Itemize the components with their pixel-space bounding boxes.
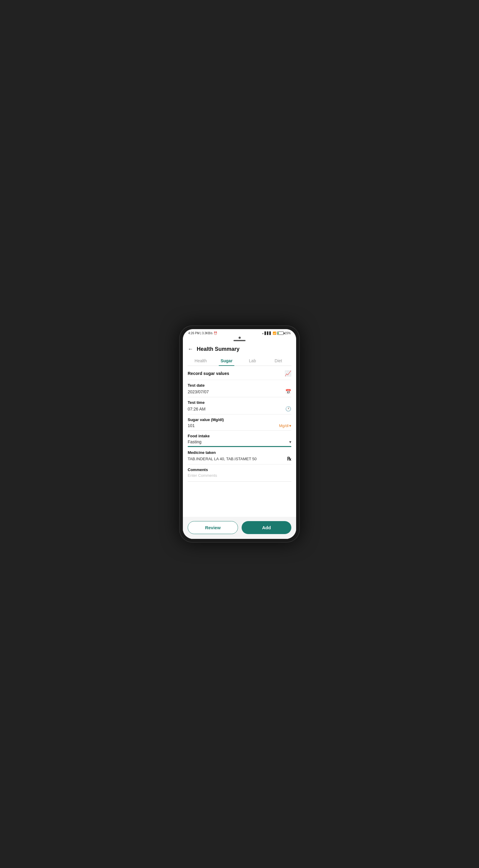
battery-indicator — [277, 332, 284, 335]
tabs-row: Health Sugar Lab Diet — [188, 355, 291, 366]
sugar-value-section: Sugar value (Mg/dl) 101 Mg/dl ▾ — [188, 414, 291, 431]
status-icons: ⁎ ▋▋▋ 📶 15% — [262, 332, 291, 335]
test-date-value[interactable]: 2023/07/07 — [188, 390, 209, 394]
record-sugar-label: Record sugar values — [188, 371, 229, 376]
app-content: Record sugar values 📈 Test date 2023/07/… — [183, 366, 296, 539]
comments-label: Comments — [188, 467, 291, 472]
comments-input[interactable]: Enter Comments — [188, 473, 291, 480]
medicine-taken-label: Medicine taken — [188, 450, 291, 455]
tab-health[interactable]: Health — [188, 355, 214, 366]
back-button[interactable]: ← — [188, 346, 193, 352]
medicine-taken-section: Medicine taken TAB.INDERAL LA 40, TAB.IS… — [188, 447, 291, 464]
food-intake-underline — [188, 446, 291, 447]
tab-lab[interactable]: Lab — [240, 355, 265, 366]
test-time-section: Test time 07:26 AM 🕐 — [188, 397, 291, 414]
food-intake-section: Food intake Fasting ▾ — [188, 431, 291, 447]
battery-fill — [278, 332, 279, 334]
rx-icon[interactable]: ℞ — [287, 456, 291, 462]
tab-diet[interactable]: Diet — [265, 355, 291, 366]
time-text: 4:26 PM | 3.3KB/s — [188, 332, 213, 335]
food-intake-value[interactable]: Fasting — [188, 439, 201, 444]
bottom-buttons: Review Add — [183, 517, 296, 539]
bluetooth-icon: ⁎ — [262, 332, 264, 335]
food-intake-chevron-icon[interactable]: ▾ — [289, 439, 291, 444]
unit-chevron-icon: ▾ — [289, 424, 291, 428]
page-title: Health Summary — [197, 346, 240, 352]
clock-icon[interactable]: 🕐 — [285, 406, 291, 412]
sugar-value-label: Sugar value (Mg/dl) — [188, 417, 291, 422]
review-button[interactable]: Review — [188, 521, 238, 534]
test-time-value[interactable]: 07:26 AM — [188, 407, 205, 411]
test-time-label: Test time — [188, 400, 291, 405]
alarm-icon: ⏰ — [214, 332, 217, 335]
sugar-unit-label: Mg/dl — [279, 424, 289, 428]
test-date-section: Test date 2023/07/07 📅 — [188, 380, 291, 397]
test-date-label: Test date — [188, 383, 291, 388]
sugar-value-input[interactable]: 101 — [188, 423, 195, 428]
camera-dot — [238, 337, 241, 339]
record-sugar-row[interactable]: Record sugar values 📈 — [188, 366, 291, 380]
tab-sugar[interactable]: Sugar — [214, 355, 240, 366]
status-bar: 4:26 PM | 3.3KB/s ⏰ ⁎ ▋▋▋ 📶 15% — [183, 329, 296, 336]
signal-icon: ▋▋▋ — [264, 332, 272, 335]
app-header: ← Health Summary Health Sugar Lab Diet — [183, 343, 296, 366]
food-intake-label: Food intake — [188, 434, 291, 438]
spacer — [188, 482, 291, 500]
medicine-taken-value[interactable]: TAB.INDERAL LA 40, TAB.ISTAMET 50 — [188, 457, 285, 461]
speaker-bar — [233, 340, 246, 341]
calendar-icon[interactable]: 📅 — [285, 389, 291, 395]
status-time: 4:26 PM | 3.3KB/s ⏰ — [188, 332, 217, 335]
comments-section: Comments Enter Comments — [188, 464, 291, 482]
chart-icon[interactable]: 📈 — [285, 370, 291, 377]
sugar-unit-selector[interactable]: Mg/dl ▾ — [279, 424, 291, 428]
wifi-icon: 📶 — [273, 332, 276, 335]
battery-text: 15% — [285, 332, 291, 335]
add-button[interactable]: Add — [242, 521, 291, 534]
form-area: Record sugar values 📈 Test date 2023/07/… — [183, 366, 296, 517]
